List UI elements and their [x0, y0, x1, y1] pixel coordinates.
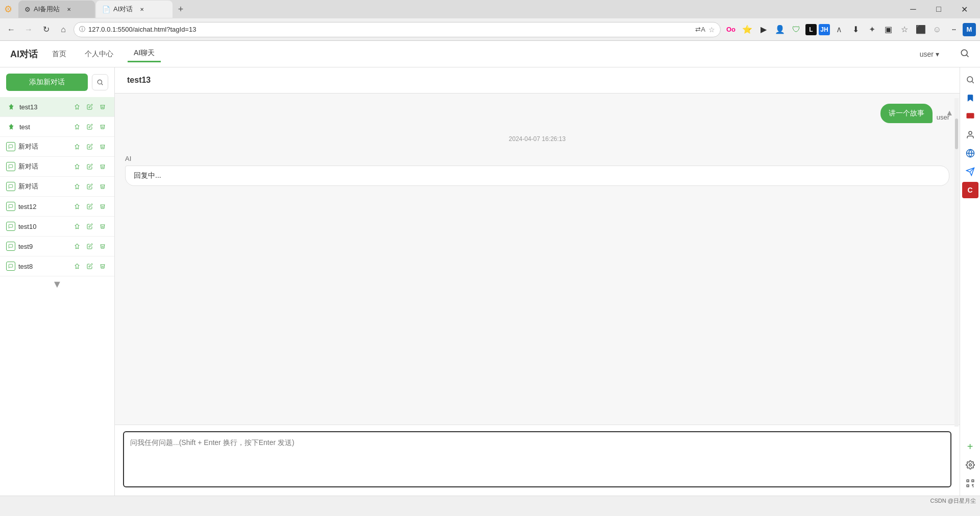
item-actions-4 [71, 161, 108, 172]
right-tools-icon[interactable] [962, 108, 978, 125]
pin-action-4[interactable] [71, 161, 83, 172]
svg-line-3 [102, 84, 103, 85]
sidebar-scroll-down[interactable]: ▼ [0, 276, 114, 292]
sidebar-item-test8[interactable]: test8 [0, 256, 114, 276]
right-search-icon[interactable] [962, 72, 978, 88]
sidebar-item-new2[interactable]: 新对话 [0, 157, 114, 177]
chat-input[interactable] [123, 431, 951, 487]
main-content: 添加新对话 test13 [0, 67, 980, 496]
unpin-action-2[interactable] [71, 121, 83, 132]
sidebar-item-test13[interactable]: test13 [0, 97, 114, 117]
more-button[interactable]: ··· [946, 22, 961, 37]
star-icon[interactable]: ⭐ [740, 22, 754, 37]
svg-line-5 [972, 81, 973, 83]
ext4-icon[interactable]: ✦ [865, 22, 879, 37]
flickr-icon[interactable]: Oo [724, 22, 738, 37]
sidebar-item-test[interactable]: test [0, 117, 114, 137]
tab-ai-backup[interactable]: ⚙ AI备用站 ✕ [18, 1, 95, 18]
shield-icon[interactable]: 🛡 [789, 22, 803, 37]
add-conversation-button[interactable]: 添加新对话 [6, 74, 88, 91]
delete-action-4[interactable] [97, 161, 108, 172]
edit-action-6[interactable] [84, 201, 95, 212]
pin-action-7[interactable] [71, 221, 83, 232]
chat-scrollbar[interactable] [954, 98, 959, 427]
screen-icon[interactable]: ⬛ [914, 22, 928, 37]
sidebar-search-button[interactable] [92, 74, 108, 90]
maximize-button[interactable]: □ [927, 0, 950, 18]
pin-action-8[interactable] [71, 241, 83, 252]
pin-action-9[interactable] [71, 261, 83, 272]
home-button[interactable]: ⌂ [56, 22, 70, 37]
unpin-action-1[interactable] [71, 101, 83, 112]
delete-action-3[interactable] [97, 141, 108, 152]
nav-home[interactable]: 首页 [48, 48, 70, 61]
pin-action-6[interactable] [71, 201, 83, 212]
user-label: user [920, 50, 934, 58]
edit-action-2[interactable] [84, 121, 95, 132]
right-red-icon[interactable]: C [962, 182, 978, 198]
right-mail-icon[interactable] [962, 163, 978, 180]
sidebar-item-test9[interactable]: test9 [0, 237, 114, 256]
chat-title: test13 [127, 76, 151, 84]
ext1-icon[interactable]: L [805, 24, 817, 35]
sidebar-item-new1[interactable]: 新对话 [0, 137, 114, 157]
reload-button[interactable]: ↻ [39, 22, 53, 37]
header-search-icon[interactable] [960, 48, 970, 60]
delete-action-2[interactable] [97, 121, 108, 132]
tab-ai-chat[interactable]: 📄 AI对话 ✕ [96, 1, 173, 18]
right-user-icon[interactable] [962, 127, 978, 143]
right-bookmark-icon[interactable] [962, 90, 978, 106]
right-sidebar: C + [960, 67, 980, 496]
delete-action-7[interactable] [97, 221, 108, 232]
chat-scroll-up-button[interactable]: ▲ [945, 108, 953, 118]
chat-input-area [115, 425, 960, 496]
delete-action-1[interactable] [97, 101, 108, 112]
ext2-icon[interactable]: JH [819, 24, 830, 35]
nav-aichat[interactable]: AI聊天 [128, 45, 161, 62]
minimize-button[interactable]: ─ [901, 0, 925, 18]
sidebar-icon[interactable]: ▣ [881, 22, 895, 37]
edit-action-5[interactable] [84, 181, 95, 192]
right-scan-icon[interactable] [962, 475, 978, 491]
edit-action-7[interactable] [84, 221, 95, 232]
nav-bar: ← → ↻ ⌂ ⓘ 127.0.0.1:5500/aichat.html?tag… [0, 18, 980, 41]
close-button[interactable]: ✕ [952, 0, 976, 18]
edit-action-4[interactable] [84, 161, 95, 172]
delete-action-6[interactable] [97, 201, 108, 212]
ext3-icon[interactable]: ∧ [832, 22, 846, 37]
new-tab-button[interactable]: + [174, 2, 188, 16]
chat-scrollbar-thumb [955, 119, 958, 149]
user-bubble-1: 讲一个故事 [880, 104, 933, 123]
address-bar[interactable]: ⓘ 127.0.0.1:5500/aichat.html?tagId=13 ⇄A… [74, 22, 721, 37]
right-settings-icon[interactable] [962, 457, 978, 473]
delete-action-5[interactable] [97, 181, 108, 192]
edit-action-1[interactable] [84, 101, 95, 112]
edit-action-9[interactable] [84, 261, 95, 272]
ext5-icon[interactable]: ☺ [930, 22, 944, 37]
app-header: AI对话 首页 个人中心 AI聊天 user ▾ [0, 41, 980, 67]
delete-action-9[interactable] [97, 261, 108, 272]
play-icon[interactable]: ▶ [756, 22, 771, 37]
collections-icon[interactable]: ☆ [897, 22, 912, 37]
profile-icon[interactable]: M [963, 23, 976, 36]
nav-profile[interactable]: 个人中心 [81, 48, 117, 61]
delete-action-8[interactable] [97, 241, 108, 252]
user-menu[interactable]: user ▾ [920, 50, 939, 58]
download-icon[interactable]: ⬇ [848, 22, 863, 37]
bookmark-icon[interactable]: ☆ [708, 26, 715, 34]
avatar-icon[interactable]: 👤 [773, 22, 787, 37]
right-globe-icon[interactable] [962, 145, 978, 161]
right-add-icon[interactable]: + [962, 438, 978, 455]
sidebar: 添加新对话 test13 [0, 67, 115, 496]
edit-action-8[interactable] [84, 241, 95, 252]
tab2-close[interactable]: ✕ [138, 5, 146, 13]
edit-action-3[interactable] [84, 141, 95, 152]
sidebar-item-new3[interactable]: 新对话 [0, 177, 114, 197]
forward-button[interactable]: → [21, 22, 36, 37]
tab1-close[interactable]: ✕ [65, 5, 73, 13]
sidebar-item-test12[interactable]: test12 [0, 197, 114, 217]
pin-action-5[interactable] [71, 181, 83, 192]
sidebar-item-test10[interactable]: test10 [0, 217, 114, 237]
back-button[interactable]: ← [4, 22, 18, 37]
pin-action-3[interactable] [71, 141, 83, 152]
